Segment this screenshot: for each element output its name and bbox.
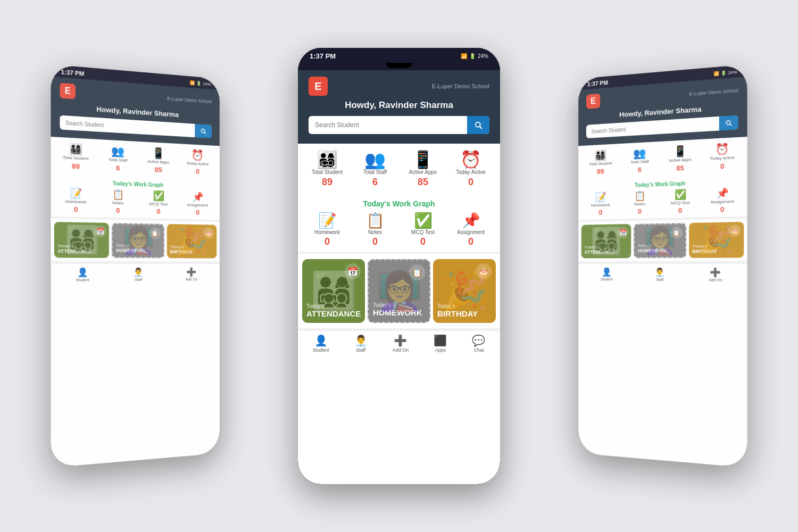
work-assignment-left: 📌 Assignment 0 (179, 192, 216, 217)
work-grid-left: 📝 Homework 0 📋 Notes 0 ✅ MCQ Test 0 (55, 187, 215, 216)
status-icons-left: 📶🔋24% (190, 80, 211, 87)
work-grid-right: 📝 Homework 0 📋 Notes 0 ✅ MCQ Test 0 (583, 187, 743, 216)
card-homework-right[interactable]: 👩‍🏫 📋 Today's HOMEWORK (634, 223, 686, 258)
school-name-right: E-Luper Demo School (689, 88, 738, 97)
stat-label-student-right: Total Student (589, 161, 612, 167)
stat-icon-staff-left: 👥 (111, 145, 124, 156)
bottom-nav-right: 👤 Student 👨‍💼 Staff ➕ Add On (578, 263, 747, 284)
stat-icon-active-left: ⏰ (192, 149, 204, 161)
card-icon-homework-left: 📋 (149, 227, 160, 239)
header-center: E E-Luper Demo School Howdy, Ravinder Sh… (298, 70, 500, 144)
nav-student-center[interactable]: 👤 Student (313, 334, 329, 353)
card-homework-center[interactable]: 👩‍🏫 📋 Today's HOMEWORK (368, 259, 430, 323)
card-icon-homework-right: 📋 (671, 227, 683, 238)
work-section-right: Today's Work Graph 📝 Homework 0 📋 Notes … (578, 174, 747, 220)
cards-section-center: 👨‍👩‍👧‍👦 📅 Today's ATTENDANCE 👩‍🏫 📋 Today… (298, 254, 500, 328)
notch-row (298, 63, 500, 70)
work-assignment-center: 📌 Assignment 0 (448, 213, 494, 247)
stat-active-apps-right: 📱 Active Apps 85 (661, 145, 700, 172)
stat-today-active-right: ⏰ Today Active 0 (702, 143, 743, 171)
card-homework-left[interactable]: 👩‍🏫 📋 Today's HOMEWORK (112, 223, 164, 258)
nav-staff-right[interactable]: 👨‍💼 Staff (654, 267, 665, 281)
stat-icon-active-right: ⏰ (715, 143, 729, 155)
greeting-center: Howdy, Ravinder Sharma (309, 100, 489, 111)
card-birthday-right[interactable]: 🎉 🎂 Today's BIRTHDAY (689, 222, 744, 258)
status-bar-center: 1:37 PM 📶🔋24% (298, 48, 500, 63)
header-top-center: E E-Luper Demo School (309, 77, 489, 96)
stat-value-student-center: 89 (322, 177, 332, 188)
nav-addon-left[interactable]: ➕ Add On (186, 267, 197, 281)
nav-addon-right[interactable]: ➕ Add On (709, 267, 722, 282)
stat-icon-apps-right: 📱 (674, 145, 687, 156)
stat-icon-staff-right: 👥 (633, 147, 646, 159)
time-center: 1:37 PM (310, 52, 336, 60)
stat-icon-staff-center: 👥 (364, 151, 386, 168)
status-icons-right: 📶🔋24% (713, 69, 737, 76)
stat-icon-apps-left: 📱 (152, 147, 165, 159)
card-attendance-left[interactable]: 👨‍👩‍👧‍👦 📅 Today's ATTENDANCE (54, 222, 109, 258)
stat-today-active-center: ⏰ Today Active 0 (448, 151, 494, 188)
stats-grid-center: 👨‍👩‍👧‍👦 Total Student 89 👥 Total Staff 6… (304, 151, 494, 188)
stat-today-active-left: ⏰ Today Active 0 (179, 149, 216, 176)
time-left: 1:37 PM (61, 69, 85, 77)
logo-left: E (60, 82, 75, 99)
search-icon-right (725, 119, 733, 127)
search-icon-left (200, 127, 207, 135)
status-icons-center: 📶🔋24% (461, 53, 488, 59)
stat-value-apps-right: 85 (676, 164, 684, 172)
nav-student-right[interactable]: 👤 Student (601, 267, 613, 281)
app-screen-center: E E-Luper Demo School Howdy, Ravinder Sh… (298, 70, 500, 484)
work-mcq-center: ✅ MCQ Test 0 (400, 213, 446, 247)
work-homework-right: 📝 Homework 0 (583, 192, 619, 217)
card-icon-birthday-right: 🎂 (729, 225, 741, 237)
cards-section-right: 👨‍👩‍👧‍👦 📅 Today's ATTENDANCE 👩‍🏫 📋 Today… (578, 218, 747, 261)
nav-student-left[interactable]: 👤 Student (76, 267, 89, 282)
stat-icon-active-center: ⏰ (460, 151, 481, 168)
time-right: 1:37 PM (587, 79, 608, 87)
nav-staff-center[interactable]: 👨‍💼 Staff (354, 334, 368, 353)
cards-section-left: 👨‍👩‍👧‍👦 📅 Today's ATTENDANCE 👩‍🏫 📋 Today… (51, 218, 219, 261)
stat-label-student-left: Total Student (63, 155, 89, 161)
stat-label-staff-center: Total Staff (363, 169, 387, 176)
card-attendance-center[interactable]: 👨‍👩‍👧‍👦 📅 Today's ATTENDANCE (302, 259, 365, 323)
search-bar-center[interactable] (309, 116, 489, 134)
search-input-right[interactable] (586, 117, 719, 137)
nav-apps-center[interactable]: ⬛ Apps (434, 334, 447, 353)
nav-staff-left[interactable]: 👨‍💼 Staff (133, 267, 144, 281)
nav-chat-center[interactable]: 💬 Chat (472, 334, 485, 353)
search-button-left[interactable] (195, 124, 212, 138)
card-birthday-left[interactable]: 🎉 🎂 Today's BIRTHDAY (167, 224, 217, 259)
bottom-nav-left: 👤 Student 👨‍💼 Staff ➕ Add On (51, 263, 219, 284)
stat-total-student-right: 👨‍👩‍👧‍👦 Total Student 89 (583, 149, 619, 176)
work-homework-left: 📝 Homework 0 (55, 187, 96, 213)
app-screen-left: E E-Luper Demo School Howdy, Ravinder Sh… (51, 77, 219, 468)
stat-label-active-center: Today Active (456, 169, 486, 176)
school-name-center: E-Luper Demo School (432, 83, 489, 89)
work-assignment-right: 📌 Assignment 0 (702, 187, 743, 213)
card-icon-birthday-left: 🎂 (203, 227, 214, 239)
search-input-left[interactable] (60, 116, 195, 137)
stat-icon-student-left: 👨‍👩‍👧‍👦 (69, 143, 82, 155)
card-birthday-center[interactable]: 🎉 🎂 Today's BIRTHDAY (433, 259, 496, 323)
card-icon-attendance-left: 📅 (95, 225, 107, 237)
stat-label-student-center: Total Student (312, 169, 343, 176)
bottom-nav-center: 👤 Student 👨‍💼 Staff ➕ Add On ⬛ Apps 💬 (298, 330, 500, 355)
cards-grid-left: 👨‍👩‍👧‍👦 📅 Today's ATTENDANCE 👩‍🏫 📋 Today… (54, 222, 217, 259)
work-section-center: Today's Work Graph 📝 Homework 0 📋 Notes … (298, 195, 500, 252)
phone-left: 1:37 PM 📶🔋24% E E-Luper Demo School Howd… (51, 64, 219, 468)
search-button-center[interactable] (467, 116, 489, 134)
notch (386, 63, 412, 68)
stat-label-active-right: Today Active (710, 155, 735, 161)
nav-addon-center[interactable]: ➕ Add On (393, 334, 409, 353)
card-attendance-right[interactable]: 👨‍👩‍👧‍👦 📅 Today's ATTENDANCE (581, 224, 631, 259)
stat-icon-student-center: 👨‍👩‍👧‍👦 (317, 151, 338, 168)
cards-grid-right: 👨‍👩‍👧‍👦 📅 Today's ATTENDANCE 👩‍🏫 📋 Today… (581, 222, 744, 259)
stat-total-staff-center: 👥 Total Staff 6 (352, 151, 398, 188)
logo-right: E (586, 94, 600, 109)
stat-label-active-left: Today Active (186, 161, 209, 167)
stat-total-staff-right: 👥 Total Staff 6 (621, 147, 659, 174)
stat-label-apps-center: Active Apps (409, 169, 437, 176)
work-section-left: Today's Work Graph 📝 Homework 0 📋 Notes … (51, 174, 219, 220)
search-input-center[interactable] (309, 117, 467, 133)
search-button-right[interactable] (719, 115, 738, 131)
